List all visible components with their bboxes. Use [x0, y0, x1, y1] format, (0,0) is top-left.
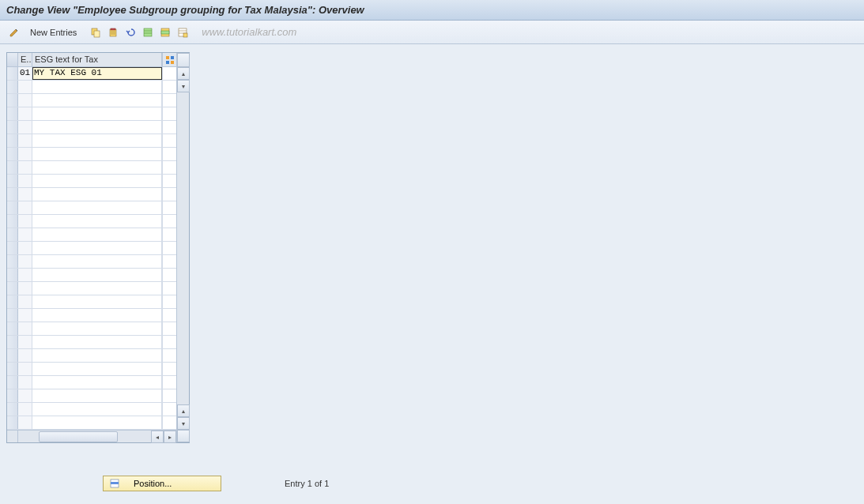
cell-e[interactable] — [18, 376, 32, 389]
scroll-down-button-2[interactable]: ▾ — [177, 417, 190, 430]
cell-esg[interactable] — [32, 201, 162, 214]
cell-e[interactable] — [18, 309, 32, 322]
cell-esg[interactable] — [32, 215, 162, 228]
row-selector[interactable] — [7, 121, 18, 134]
cell-e[interactable] — [18, 94, 32, 107]
row-selector[interactable] — [7, 403, 18, 416]
cell-esg[interactable] — [32, 336, 162, 348]
cell-esg[interactable] — [32, 295, 162, 308]
select-all-icon[interactable] — [140, 24, 156, 40]
row-selector[interactable] — [7, 81, 18, 93]
undo-icon[interactable] — [123, 24, 138, 40]
cell-esg[interactable] — [32, 255, 162, 268]
delete-icon[interactable] — [105, 24, 121, 40]
cell-e[interactable] — [18, 269, 32, 281]
cell-e[interactable] — [18, 363, 32, 375]
cell-e[interactable] — [18, 255, 32, 268]
cell-e[interactable] — [18, 416, 32, 429]
cell-esg[interactable] — [32, 161, 162, 174]
scroll-track-vertical[interactable] — [177, 92, 189, 404]
row-selector[interactable] — [7, 161, 18, 174]
cell-esg[interactable] — [32, 309, 162, 322]
cell-esg[interactable] — [32, 228, 162, 241]
row-selector[interactable] — [7, 215, 18, 228]
row-selector[interactable] — [7, 295, 18, 308]
row-selector[interactable] — [7, 322, 18, 335]
col-header-e[interactable]: E.. — [18, 53, 32, 66]
cell-e[interactable] — [18, 121, 32, 134]
cell-esg[interactable] — [32, 148, 162, 160]
row-selector[interactable] — [7, 134, 18, 147]
row-selector[interactable] — [7, 416, 18, 429]
cell-esg[interactable] — [32, 175, 162, 187]
new-entries-button[interactable]: New Entries — [24, 26, 83, 39]
row-selector[interactable] — [7, 242, 18, 254]
row-selector[interactable] — [7, 349, 18, 362]
cell-e[interactable]: 01 — [18, 67, 32, 80]
row-selector-header[interactable] — [7, 53, 18, 66]
cell-e[interactable] — [18, 81, 32, 93]
cell-e[interactable] — [18, 349, 32, 362]
row-selector[interactable] — [7, 255, 18, 268]
cell-e[interactable] — [18, 403, 32, 416]
row-selector[interactable] — [7, 175, 18, 187]
deselect-icon[interactable] — [175, 24, 191, 40]
cell-esg[interactable] — [32, 389, 162, 402]
scroll-down-button[interactable]: ▾ — [177, 80, 190, 92]
scrollbar-horizontal[interactable]: ◂ ▸ — [7, 430, 176, 442]
row-selector[interactable] — [7, 201, 18, 214]
row-selector[interactable] — [7, 376, 18, 389]
row-selector[interactable] — [7, 228, 18, 241]
cell-e[interactable] — [18, 134, 32, 147]
scrollbar-vertical[interactable]: ▴ ▾ ▴ ▾ — [176, 53, 189, 442]
cell-esg[interactable] — [32, 282, 162, 295]
edit-icon[interactable] — [6, 24, 22, 40]
cell-esg-input[interactable]: MY TAX ESG 01 — [32, 67, 162, 80]
cell-esg[interactable] — [32, 269, 162, 281]
col-header-esg[interactable]: ESG text for Tax — [32, 53, 162, 66]
cell-esg[interactable] — [32, 188, 162, 201]
row-selector[interactable] — [7, 309, 18, 322]
cell-esg[interactable] — [32, 134, 162, 147]
cell-esg[interactable] — [32, 403, 162, 416]
cell-esg[interactable] — [32, 94, 162, 107]
cell-e[interactable] — [18, 242, 32, 254]
cell-e[interactable] — [18, 175, 32, 187]
cell-e[interactable] — [18, 336, 32, 348]
row-selector[interactable] — [7, 282, 18, 295]
cell-e[interactable] — [18, 322, 32, 335]
cell-esg[interactable] — [32, 349, 162, 362]
cell-esg[interactable] — [32, 363, 162, 375]
cell-e[interactable] — [18, 389, 32, 402]
cell-e[interactable] — [18, 295, 32, 308]
scroll-right-button[interactable]: ▸ — [164, 431, 176, 443]
copy-icon[interactable] — [88, 24, 104, 40]
cell-e[interactable] — [18, 282, 32, 295]
row-selector[interactable] — [7, 389, 18, 402]
scroll-thumb-horizontal[interactable] — [39, 431, 118, 442]
row-selector[interactable] — [7, 94, 18, 107]
row-selector[interactable] — [7, 107, 18, 120]
table-config-icon[interactable] — [162, 53, 176, 66]
cell-e[interactable] — [18, 161, 32, 174]
row-selector[interactable] — [7, 269, 18, 281]
scroll-left-button[interactable]: ◂ — [151, 431, 164, 443]
cell-esg[interactable] — [32, 107, 162, 120]
cell-esg[interactable] — [32, 416, 162, 429]
scroll-up-button[interactable]: ▴ — [177, 67, 190, 80]
position-button[interactable]: Position... — [103, 476, 221, 491]
cell-esg[interactable] — [32, 242, 162, 254]
scroll-up-button-2[interactable]: ▴ — [177, 404, 190, 417]
row-selector[interactable] — [7, 336, 18, 348]
cell-e[interactable] — [18, 148, 32, 160]
cell-e[interactable] — [18, 107, 32, 120]
cell-esg[interactable] — [32, 121, 162, 134]
cell-e[interactable] — [18, 228, 32, 241]
select-block-icon[interactable] — [157, 24, 173, 40]
row-selector[interactable] — [7, 67, 18, 80]
row-selector[interactable] — [7, 188, 18, 201]
cell-esg[interactable] — [32, 81, 162, 93]
cell-e[interactable] — [18, 188, 32, 201]
row-selector[interactable] — [7, 148, 18, 160]
row-selector[interactable] — [7, 363, 18, 375]
